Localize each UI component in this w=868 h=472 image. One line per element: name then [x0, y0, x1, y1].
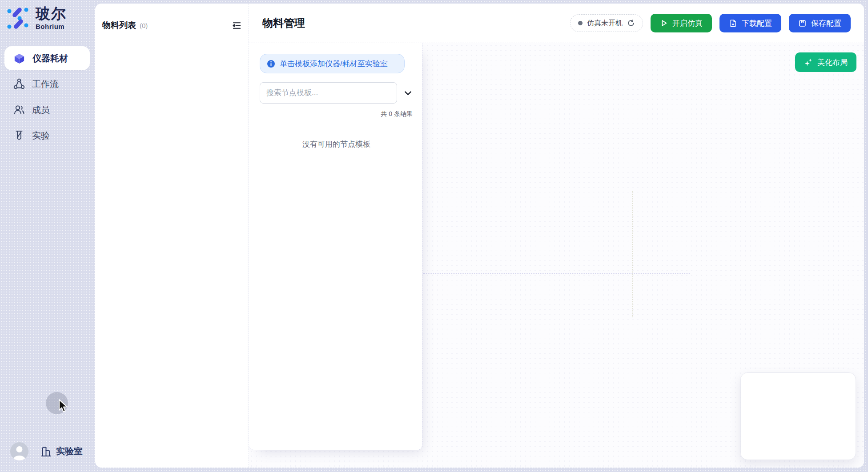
info-icon	[267, 60, 275, 68]
simulation-status-pill: 仿真未开机	[570, 14, 643, 32]
start-simulation-label: 开启仿真	[672, 18, 703, 28]
play-icon	[660, 19, 668, 27]
app-content: 物料列表 (0) 物料管理 仿真未开机	[95, 4, 864, 468]
sidebar-item-instruments[interactable]: 仪器耗材	[4, 46, 90, 70]
save-config-label: 保存配置	[811, 18, 841, 28]
page-header: 物料管理 仿真未开机 开启仿真	[249, 4, 864, 43]
avatar[interactable]	[10, 442, 28, 460]
chevron-down-icon	[403, 88, 413, 98]
result-count: 共 0 条结果	[260, 110, 413, 118]
page-title: 物料管理	[262, 16, 305, 30]
panel-title: 物料列表	[102, 20, 136, 31]
cursor-pointer	[57, 399, 70, 413]
user-icon	[10, 442, 28, 460]
collapse-panel-button[interactable]	[231, 20, 242, 31]
sidebar-item-workflow[interactable]: 工作流	[4, 72, 90, 96]
members-icon	[13, 104, 25, 116]
search-row	[260, 82, 413, 104]
beautify-layout-label: 美化布局	[817, 57, 848, 68]
sidebar-item-label: 工作流	[32, 78, 59, 90]
save-config-button[interactable]: 保存配置	[789, 14, 851, 32]
status-label: 仿真未开机	[587, 19, 623, 28]
brand-logo: 玻尔 Bohrium	[6, 6, 67, 30]
lab-switcher[interactable]: 实验室	[40, 445, 83, 457]
material-list-panel: 物料列表 (0)	[95, 4, 249, 468]
sidebar: 玻尔 Bohrium 仪器耗材 工作流	[0, 0, 95, 472]
refresh-status-button[interactable]	[627, 19, 635, 27]
bohrium-logo-icon	[6, 6, 29, 30]
save-icon	[798, 19, 807, 28]
panel-count: (0)	[140, 22, 148, 29]
minimap[interactable]	[740, 372, 856, 460]
building-icon	[40, 446, 52, 457]
sidebar-item-label: 成员	[32, 104, 50, 116]
download-config-button[interactable]: 下载配置	[719, 14, 781, 32]
sparkles-icon	[804, 58, 813, 67]
canvas-guide-horizontal	[423, 273, 690, 274]
canvas-guide-vertical	[632, 191, 633, 317]
main-column: 物料管理 仿真未开机 开启仿真	[249, 4, 864, 468]
sidebar-item-label: 仪器耗材	[32, 52, 68, 64]
start-simulation-button[interactable]: 开启仿真	[651, 14, 712, 32]
sidebar-item-members[interactable]: 成员	[4, 98, 90, 122]
material-list-header: 物料列表 (0)	[95, 4, 249, 31]
sidebar-item-label: 实验	[32, 130, 50, 142]
tip-banner: 单击模板添加仪器/耗材至实验室	[260, 54, 405, 73]
beautify-layout-button[interactable]: 美化布局	[795, 52, 856, 72]
sidebar-item-experiment[interactable]: 实验	[4, 124, 90, 148]
file-download-icon	[729, 19, 737, 28]
header-actions: 仿真未开机 开启仿真	[570, 14, 851, 32]
brand-name-zh: 玻尔	[36, 6, 67, 22]
empty-templates-text: 没有可用的节点模板	[260, 139, 413, 149]
sidebar-nav: 仪器耗材 工作流 成员	[4, 46, 90, 149]
download-config-label: 下载配置	[742, 18, 772, 28]
refresh-icon	[627, 19, 635, 27]
status-dot-icon	[578, 21, 583, 25]
collapse-icon	[232, 20, 242, 31]
sidebar-account-row: 实验室	[10, 442, 83, 460]
tip-text: 单击模板添加仪器/耗材至实验室	[280, 59, 388, 69]
collapse-templates-button[interactable]	[403, 88, 413, 98]
workflow-icon	[13, 78, 25, 90]
lab-label: 实验室	[56, 445, 83, 457]
test-tube-icon	[13, 130, 25, 141]
search-input[interactable]	[260, 82, 397, 104]
brand-name-en: Bohrium	[36, 23, 67, 30]
layout-canvas[interactable]: 单击模板添加仪器/耗材至实验室 共 0 条结果 没有可用的节点模板	[249, 43, 864, 468]
cube-icon	[13, 52, 25, 64]
node-template-card: 单击模板添加仪器/耗材至实验室 共 0 条结果 没有可用的节点模板	[249, 43, 422, 450]
